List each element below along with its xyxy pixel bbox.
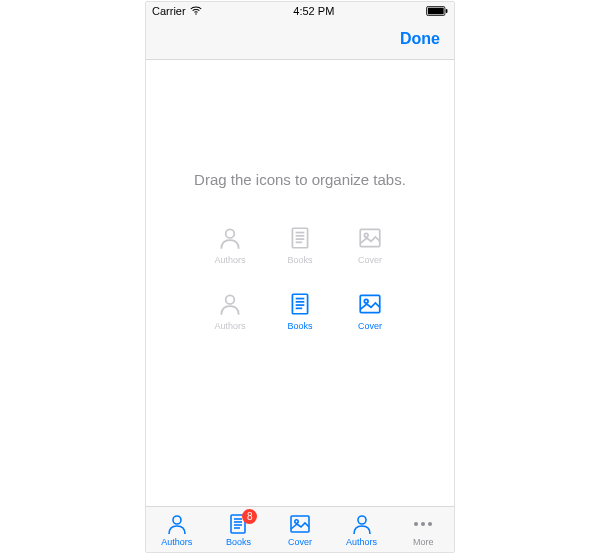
svg-rect-3 <box>446 8 448 12</box>
svg-rect-5 <box>292 228 307 248</box>
grid-tab-label: Authors <box>214 321 245 331</box>
battery-icon <box>426 6 448 16</box>
content-area: Drag the icons to organize tabs. Authors <box>146 60 454 506</box>
status-left: Carrier <box>152 5 202 17</box>
person-icon <box>217 291 243 317</box>
grid-tab-label: Cover <box>358 255 382 265</box>
tab-bar-label: Books <box>226 537 251 547</box>
grid-tab-label: Books <box>287 255 312 265</box>
tab-bar-authors[interactable]: Authors <box>331 512 393 547</box>
wifi-icon <box>190 6 202 15</box>
svg-point-4 <box>226 229 235 238</box>
status-time: 4:52 PM <box>293 5 334 17</box>
svg-point-11 <box>364 233 368 237</box>
grid-tab-books[interactable]: Books <box>276 225 324 265</box>
status-bar: Carrier 4:52 PM <box>146 2 454 20</box>
status-right <box>426 6 448 16</box>
instruction-text: Drag the icons to organize tabs. <box>194 170 406 190</box>
phone-frame: Carrier 4:52 PM Done <box>145 1 455 553</box>
svg-point-19 <box>364 299 368 303</box>
svg-point-28 <box>358 516 366 524</box>
grid-tab-label: Cover <box>358 321 382 331</box>
tab-bar-authors[interactable]: Authors <box>146 512 208 547</box>
grid-tab-label: Books <box>287 321 312 331</box>
svg-rect-2 <box>428 7 444 14</box>
tab-bar-books[interactable]: 8 Books <box>208 512 270 547</box>
person-icon <box>217 225 243 251</box>
grid-tab-authors[interactable]: Authors <box>206 291 254 331</box>
tab-bar-label: More <box>413 537 434 547</box>
grid-row-2: Authors Books Cover <box>206 291 394 331</box>
grid-tab-authors[interactable]: Authors <box>206 225 254 265</box>
grid-tab-label: Authors <box>214 255 245 265</box>
person-icon <box>165 512 189 536</box>
stage: Carrier 4:52 PM Done <box>0 0 600 553</box>
grid-tab-books[interactable]: Books <box>276 291 324 331</box>
person-icon <box>350 512 374 536</box>
done-button[interactable]: Done <box>398 26 442 52</box>
grid-tab-cover[interactable]: Cover <box>346 291 394 331</box>
image-icon <box>288 512 312 536</box>
book-icon <box>287 291 313 317</box>
image-icon <box>357 225 383 251</box>
svg-point-27 <box>295 519 298 522</box>
svg-rect-13 <box>292 294 307 314</box>
tab-bar-label: Authors <box>161 537 192 547</box>
tab-bar-label: Cover <box>288 537 312 547</box>
tab-bar: Authors 8 Books Cover <box>146 506 454 552</box>
badge: 8 <box>242 509 257 524</box>
svg-point-12 <box>226 295 235 304</box>
svg-point-20 <box>173 516 181 524</box>
book-icon <box>287 225 313 251</box>
grid-row-1: Authors Books Cover <box>206 225 394 265</box>
carrier-label: Carrier <box>152 5 186 17</box>
nav-bar: Done <box>146 20 454 60</box>
more-icon <box>414 512 432 536</box>
tab-bar-cover[interactable]: Cover <box>269 512 331 547</box>
grid-tab-cover[interactable]: Cover <box>346 225 394 265</box>
image-icon <box>357 291 383 317</box>
tab-bar-more[interactable]: More <box>392 512 454 547</box>
svg-point-0 <box>195 13 197 15</box>
tab-bar-label: Authors <box>346 537 377 547</box>
